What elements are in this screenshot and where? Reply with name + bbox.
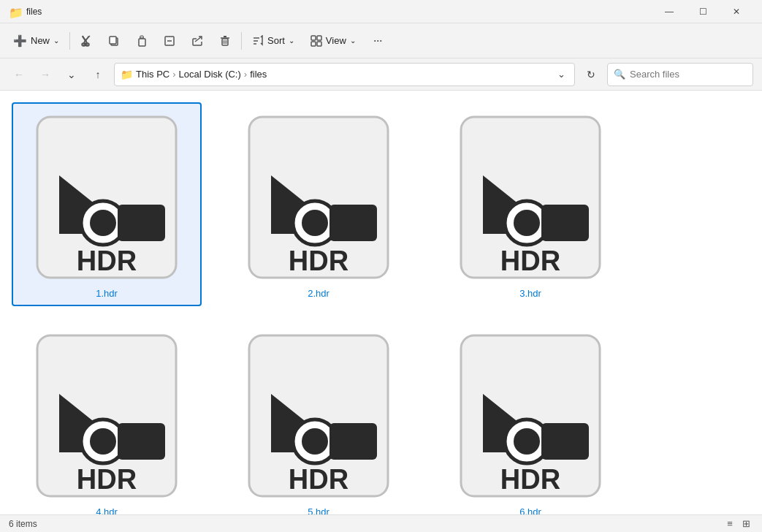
file-name: 1.hdr — [96, 288, 118, 299]
share-icon — [191, 35, 203, 47]
sort-icon — [252, 35, 264, 47]
new-button[interactable]: ➕ New ⌄ — [6, 28, 66, 54]
recent-locations-button[interactable]: ⌄ — [61, 64, 82, 85]
cut-button[interactable] — [73, 28, 99, 54]
hdr-file-icon: HDR — [446, 328, 614, 503]
svg-point-28 — [90, 210, 116, 236]
svg-text:HDR: HDR — [289, 246, 348, 276]
svg-rect-53 — [329, 423, 377, 460]
close-button[interactable]: ✕ — [720, 0, 753, 23]
breadcrumb-sep-1: › — [172, 69, 175, 80]
svg-point-40 — [514, 210, 540, 236]
svg-rect-8 — [139, 39, 145, 46]
grid-view-button[interactable]: ⊞ — [739, 517, 753, 531]
svg-point-46 — [90, 428, 116, 455]
file-item[interactable]: HDR 2.hdr — [224, 102, 414, 306]
svg-rect-9 — [140, 36, 143, 38]
file-name: 5.hdr — [308, 506, 329, 514]
svg-text:HDR: HDR — [289, 464, 348, 495]
file-item[interactable]: HDR 3.hdr — [435, 102, 625, 306]
title-bar-icon: 📁 — [9, 6, 20, 18]
toolbar-separator-1 — [69, 32, 70, 50]
rename-button[interactable] — [156, 28, 183, 54]
search-icon: 🔍 — [614, 69, 625, 80]
breadcrumb[interactable]: 📁 This PC › Local Disk (C:) › files ⌄ — [114, 63, 575, 86]
hdr-file-icon: HDR — [446, 110, 614, 285]
hdr-file-icon: HDR — [23, 328, 191, 503]
more-button[interactable]: ··· — [365, 28, 391, 54]
main-content: HDR 1.hdr HDR 2.hdr — [0, 91, 762, 514]
breadcrumb-dropdown-button[interactable]: ⌄ — [555, 67, 568, 81]
breadcrumb-sep-2: › — [244, 69, 247, 80]
forward-button[interactable]: → — [35, 64, 56, 85]
more-icon: ··· — [373, 33, 382, 48]
toolbar: ➕ New ⌄ — [0, 23, 762, 58]
file-name: 2.hdr — [308, 288, 329, 299]
new-icon: ➕ — [13, 34, 27, 48]
share-button[interactable] — [184, 28, 210, 54]
back-button[interactable]: ← — [9, 64, 29, 85]
svg-rect-23 — [311, 42, 316, 46]
sort-label: Sort — [267, 35, 285, 46]
files-grid: HDR 1.hdr HDR 2.hdr — [12, 102, 750, 514]
view-button[interactable]: View ⌄ — [303, 28, 363, 54]
maximize-button[interactable]: ☐ — [686, 0, 720, 23]
svg-rect-47 — [118, 423, 165, 460]
file-item[interactable]: HDR 5.hdr — [224, 321, 414, 514]
title-bar-title: files — [26, 7, 42, 17]
title-bar-controls: — ☐ ✕ — [652, 0, 753, 23]
minimize-button[interactable]: — — [652, 0, 686, 23]
svg-text:HDR: HDR — [77, 464, 137, 495]
delete-icon — [219, 35, 231, 47]
svg-point-52 — [302, 428, 328, 455]
svg-text:HDR: HDR — [77, 246, 137, 276]
status-view-buttons: ≡ ⊞ — [723, 517, 753, 531]
breadcrumb-thispc: This PC — [136, 69, 169, 80]
delete-button[interactable] — [212, 28, 238, 54]
breadcrumb-drive: Local Disk (C:) — [179, 69, 241, 80]
svg-rect-59 — [541, 423, 589, 460]
paste-icon — [136, 35, 148, 47]
sort-button[interactable]: Sort ⌄ — [245, 28, 302, 54]
svg-rect-22 — [317, 36, 321, 40]
svg-rect-24 — [317, 42, 321, 46]
file-item[interactable]: HDR 4.hdr — [12, 321, 202, 514]
hdr-file-icon: HDR — [23, 110, 191, 285]
file-name: 3.hdr — [519, 288, 541, 299]
file-name: 6.hdr — [519, 506, 541, 514]
svg-rect-21 — [311, 36, 316, 40]
svg-point-34 — [302, 210, 328, 236]
file-item[interactable]: HDR 1.hdr — [12, 102, 202, 306]
sort-chevron-icon: ⌄ — [289, 37, 294, 45]
up-button[interactable]: ↑ — [88, 64, 108, 85]
view-label: View — [326, 35, 346, 46]
cut-icon — [80, 35, 92, 47]
svg-text:HDR: HDR — [500, 464, 560, 495]
new-label: New — [31, 35, 50, 46]
view-icon — [310, 35, 322, 47]
search-box: 🔍 — [607, 63, 753, 86]
toolbar-separator-2 — [241, 32, 242, 50]
view-chevron-icon: ⌄ — [350, 37, 356, 45]
svg-rect-41 — [541, 205, 589, 241]
title-bar-left: 📁 files — [9, 6, 42, 18]
file-item[interactable]: HDR 6.hdr — [435, 321, 625, 514]
svg-line-3 — [86, 36, 89, 40]
new-chevron-icon: ⌄ — [53, 37, 59, 45]
rename-icon — [164, 35, 175, 47]
copy-button[interactable] — [101, 28, 127, 54]
status-bar: 6 items ≡ ⊞ — [0, 514, 762, 532]
svg-rect-29 — [118, 205, 165, 241]
title-bar: 📁 files — ☐ ✕ — [0, 0, 762, 23]
file-name: 4.hdr — [96, 506, 118, 514]
list-view-button[interactable]: ≡ — [723, 517, 737, 531]
address-bar: ← → ⌄ ↑ 📁 This PC › Local Disk (C:) › fi… — [0, 58, 762, 91]
svg-rect-7 — [110, 37, 116, 44]
breadcrumb-folder: files — [250, 69, 267, 80]
paste-button[interactable] — [129, 28, 155, 54]
svg-point-58 — [514, 428, 540, 455]
refresh-button[interactable]: ↻ — [581, 64, 601, 85]
breadcrumb-folder-icon: 📁 — [121, 69, 133, 80]
search-input[interactable] — [630, 69, 747, 80]
svg-rect-35 — [329, 205, 377, 241]
